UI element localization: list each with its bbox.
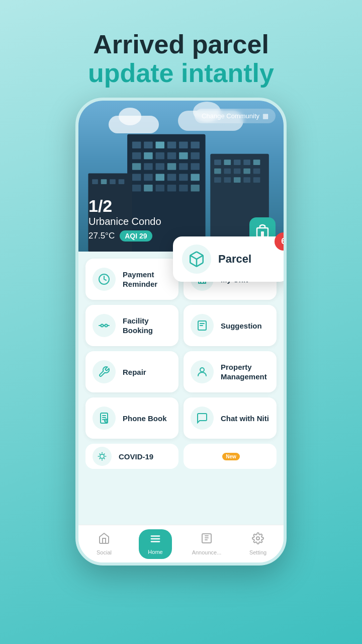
property-management-label: Property Management [221,362,269,382]
svg-rect-17 [179,164,188,171]
svg-rect-36 [253,160,260,166]
covid-label: COVID-19 [119,452,153,462]
headline-line2: update intantly [0,59,362,88]
nav-item-announce[interactable]: Announce... [181,532,232,555]
svg-rect-8 [144,152,152,159]
suggestion-icon [191,314,214,337]
setting-label: Setting [249,549,266,555]
parcel-label: Parcel [218,253,251,266]
chat-icon [191,407,214,430]
svg-rect-34 [234,160,241,166]
change-community-label: Change Community [202,112,259,120]
partial-row: COVID-19 New [78,444,284,469]
parcel-count-badge: 6 [275,232,287,251]
phone-shell: Change Community ▦ 1/2 Urbanice Condo 27… [75,98,287,566]
svg-rect-5 [179,142,188,149]
svg-rect-21 [155,174,164,181]
menu-tile-payment-reminder[interactable]: Payment Reminder [85,259,178,300]
nav-item-setting[interactable]: Setting [232,532,284,555]
home-label: Home [148,549,162,555]
menu-tile-covid19[interactable]: COVID-19 [85,444,178,469]
svg-rect-19 [132,174,141,181]
setting-icon [252,532,264,547]
menu-tile-facility-booking[interactable]: Facility Booking [85,305,178,346]
parcel-notification-card[interactable]: Parcel 6 [173,236,287,282]
menu-tile-new[interactable]: New [184,444,277,469]
svg-rect-30 [191,185,199,192]
svg-rect-39 [234,169,241,174]
nav-item-home[interactable]: Home [130,529,181,559]
hero-image: Change Community ▦ 1/2 Urbanice Condo 27… [78,101,284,252]
svg-rect-41 [253,169,260,174]
hero-unit: 1/2 [88,196,161,216]
phone-book-label: Phone Book [123,414,167,424]
menu-tile-suggestion[interactable]: Suggestion [184,305,277,346]
svg-rect-2 [144,142,152,149]
svg-point-62 [100,454,104,458]
svg-rect-12 [191,152,199,159]
svg-point-66 [256,537,259,540]
menu-tile-property-management[interactable]: Property Management [184,351,277,392]
payment-reminder-label: Payment Reminder [123,270,171,289]
new-badge: New [222,453,240,460]
svg-rect-37 [214,169,221,174]
menu-tile-chat-with-niti[interactable]: Chat with Niti [184,397,277,439]
property-management-icon [191,360,214,383]
svg-rect-27 [155,185,164,192]
svg-rect-33 [224,160,231,166]
svg-rect-14 [144,164,152,171]
chat-with-niti-label: Chat with Niti [221,414,269,424]
repair-icon [93,360,116,383]
svg-rect-9 [155,152,164,159]
community-icon: ▦ [262,112,268,120]
svg-rect-10 [167,152,176,159]
menu-tile-repair[interactable]: Repair [85,351,178,392]
svg-point-59 [200,368,204,372]
facility-booking-icon [93,314,116,337]
svg-rect-35 [243,160,250,166]
svg-rect-22 [167,174,176,181]
svg-rect-4 [167,142,176,149]
svg-rect-11 [179,152,188,159]
svg-rect-1 [132,142,141,149]
svg-rect-16 [167,164,176,171]
hero-building-name: Urbanice Condo [88,216,161,227]
svg-rect-26 [144,185,152,192]
phone-book-icon [93,407,116,430]
svg-rect-13 [132,164,141,171]
headline-line1: Arrived parcel [0,30,362,59]
svg-rect-49 [101,180,107,185]
svg-rect-29 [179,185,188,192]
svg-rect-40 [243,169,250,174]
svg-rect-50 [110,180,116,185]
hero-temperature: 27.5°C [88,231,115,241]
svg-rect-23 [179,174,188,181]
svg-rect-51 [119,180,125,185]
hero-weather: 27.5°C AQI 29 [88,230,161,242]
headline-area: Arrived parcel update intantly [0,0,362,98]
home-nav-pill: Home [139,529,171,559]
svg-rect-6 [191,142,199,149]
social-label: Social [97,549,112,555]
svg-rect-3 [155,142,164,149]
nav-item-social[interactable]: Social [78,532,130,555]
svg-rect-24 [191,174,199,181]
svg-rect-25 [132,185,141,192]
aqi-badge: AQI 29 [120,230,152,242]
svg-rect-28 [167,185,176,192]
change-community-button[interactable]: Change Community ▦ [195,109,276,123]
menu-tile-phone-book[interactable]: Phone Book [85,397,178,439]
covid-icon [93,447,112,466]
svg-rect-32 [214,160,221,166]
svg-rect-44 [234,178,241,183]
svg-rect-38 [224,169,231,174]
svg-rect-43 [224,178,231,183]
svg-rect-18 [191,164,199,171]
repair-label: Repair [123,367,146,377]
hero-info: 1/2 Urbanice Condo 27.5°C AQI 29 [88,196,161,242]
bottom-nav: Social Home Annou [78,525,284,562]
home-icon [150,533,161,547]
svg-rect-15 [155,164,164,171]
svg-rect-46 [253,178,260,183]
svg-rect-7 [132,152,141,159]
